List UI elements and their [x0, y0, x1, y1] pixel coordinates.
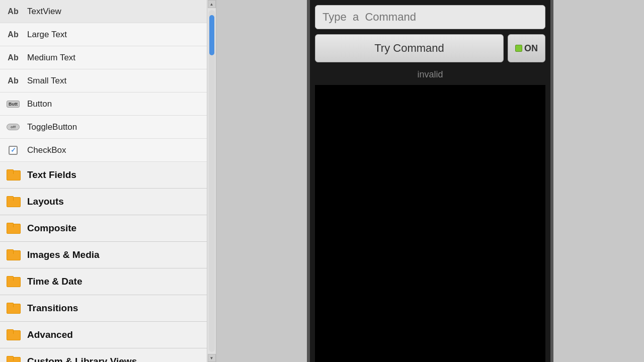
folder-icon-custom-library [6, 354, 20, 362]
scroll-down-arrow[interactable]: ▼ [208, 354, 216, 362]
item-label-medium-text: Medium Text [27, 53, 75, 63]
folder-icon-advanced [6, 328, 20, 342]
on-label: ON [524, 43, 538, 54]
scroll-thumb[interactable] [209, 15, 214, 55]
checkbox-icon: ✓ [6, 143, 20, 157]
right-panel: Try Command ON invalid [216, 0, 644, 362]
on-indicator [515, 45, 522, 52]
phone-screen-black [315, 85, 545, 362]
item-label-textview: TextView [27, 7, 61, 17]
item-label-button: Button [27, 99, 52, 109]
list-area: Ab TextView Ab Large Text Ab Medium Text [0, 0, 216, 362]
on-toggle-button[interactable]: ON [508, 34, 545, 62]
ab-icon-medium-text: Ab [6, 51, 20, 65]
item-label-large-text: Large Text [27, 30, 67, 40]
list-items: Ab TextView Ab Large Text Ab Medium Text [0, 0, 207, 362]
folder-icon-transitions [6, 301, 20, 315]
list-item-medium-text[interactable]: Ab Medium Text [0, 46, 207, 69]
folder-icon-layouts [6, 195, 20, 209]
sidebar-item-text-fields[interactable]: Text Fields [0, 162, 207, 189]
item-label-checkbox: CheckBox [27, 145, 66, 155]
list-item-large-text[interactable]: Ab Large Text [0, 23, 207, 46]
command-input-wrapper [315, 5, 545, 29]
list-item-checkbox[interactable]: ✓ CheckBox [0, 139, 207, 162]
sidebar-item-time-date[interactable]: Time & Date [0, 268, 207, 295]
category-label-custom-library: Custom & Library Views [27, 356, 137, 362]
action-row: Try Command ON [315, 34, 545, 62]
list-item-button[interactable]: Butt Button [0, 93, 207, 116]
category-label-layouts: Layouts [27, 196, 64, 207]
item-label-toggle-button: ToggleButton [27, 122, 77, 132]
category-label-transitions: Transitions [27, 303, 78, 314]
btn-icon-button: Butt [6, 97, 20, 111]
folder-icon-time-date [6, 275, 20, 289]
left-panel: Ab TextView Ab Large Text Ab Medium Text [0, 0, 216, 362]
sidebar-item-transitions[interactable]: Transitions [0, 295, 207, 322]
sidebar-item-custom-library[interactable]: Custom & Library Views [0, 348, 207, 362]
ab-icon-textview: Ab [6, 5, 20, 19]
command-input[interactable] [323, 11, 538, 24]
folder-icon-composite [6, 221, 20, 235]
try-command-button[interactable]: Try Command [315, 34, 504, 62]
scrollbar[interactable]: ▲ ▼ [207, 0, 216, 362]
sidebar-item-images-media[interactable]: Images & Media [0, 242, 207, 268]
folder-icon-images-media [6, 248, 20, 262]
category-label-time-date: Time & Date [27, 276, 82, 287]
item-label-small-text: Small Text [27, 76, 66, 86]
category-label-text-fields: Text Fields [27, 169, 76, 180]
toggle-icon-togglebutton: off [6, 120, 20, 134]
ab-icon-large-text: Ab [6, 28, 20, 42]
sidebar-item-composite[interactable]: Composite [0, 215, 207, 242]
category-label-images-media: Images & Media [27, 249, 100, 260]
invalid-status: invalid [315, 69, 545, 80]
folder-icon-text-fields [6, 168, 20, 182]
list-item-textview[interactable]: Ab TextView [0, 0, 207, 23]
sidebar-item-advanced[interactable]: Advanced [0, 322, 207, 348]
list-item-toggle-button[interactable]: off ToggleButton [0, 116, 207, 139]
sidebar-item-layouts[interactable]: Layouts [0, 189, 207, 215]
ab-icon-small-text: Ab [6, 74, 20, 88]
phone-mockup: Try Command ON invalid [307, 0, 553, 362]
scroll-up-arrow[interactable]: ▲ [208, 0, 216, 8]
list-item-small-text[interactable]: Ab Small Text [0, 69, 207, 93]
scroll-track[interactable] [209, 10, 215, 352]
category-label-composite: Composite [27, 223, 76, 234]
category-label-advanced: Advanced [27, 329, 73, 340]
